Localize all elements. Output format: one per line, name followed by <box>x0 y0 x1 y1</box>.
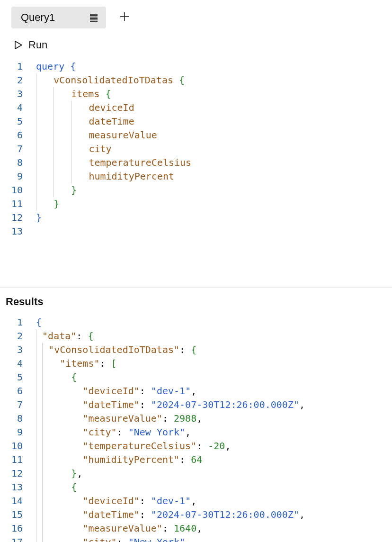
line-number: 5 <box>5 370 36 384</box>
line-number: 4 <box>5 357 36 370</box>
line-number: 8 <box>5 412 36 425</box>
svg-marker-8 <box>15 41 22 49</box>
run-label: Run <box>28 39 47 51</box>
line-number: 8 <box>5 156 36 170</box>
tab-bar: Query1 <box>0 0 392 28</box>
line-number: 1 <box>5 60 36 73</box>
line-number: 12 <box>5 211 36 225</box>
results-heading: Results <box>0 288 392 315</box>
line-number: 2 <box>5 329 36 343</box>
results-viewer[interactable]: 1{ 2 "data": { 3 "vConsolidatedIoTDatas"… <box>0 315 392 542</box>
line-number: 6 <box>5 384 36 398</box>
line-number: 5 <box>5 115 36 128</box>
line-number: 16 <box>5 522 36 535</box>
line-number: 4 <box>5 101 36 115</box>
line-number: 11 <box>5 453 36 467</box>
line-number: 10 <box>5 183 36 197</box>
lines-icon <box>89 13 98 22</box>
line-number: 13 <box>5 480 36 494</box>
line-number: 17 <box>5 535 36 542</box>
line-number: 15 <box>5 508 36 522</box>
line-number: 13 <box>5 225 36 238</box>
line-number: 3 <box>5 87 36 101</box>
line-number: 9 <box>5 425 36 439</box>
plus-icon <box>119 11 130 22</box>
line-number: 7 <box>5 142 36 156</box>
tab-label: Query1 <box>21 11 55 24</box>
line-number: 3 <box>5 343 36 357</box>
add-tab-button[interactable] <box>115 8 134 28</box>
line-number: 14 <box>5 494 36 508</box>
run-button[interactable]: Run <box>0 28 392 59</box>
line-number: 1 <box>5 316 36 329</box>
line-number: 11 <box>5 197 36 211</box>
tab-query1[interactable]: Query1 <box>11 7 106 28</box>
line-number: 10 <box>5 439 36 453</box>
query-editor[interactable]: 1query { 2 vConsolidatedIoTDatas { 3 ite… <box>0 59 392 238</box>
line-number: 2 <box>5 73 36 87</box>
line-number: 9 <box>5 170 36 183</box>
line-number: 7 <box>5 398 36 412</box>
line-number: 6 <box>5 128 36 142</box>
play-icon <box>14 40 23 50</box>
line-number: 12 <box>5 467 36 480</box>
